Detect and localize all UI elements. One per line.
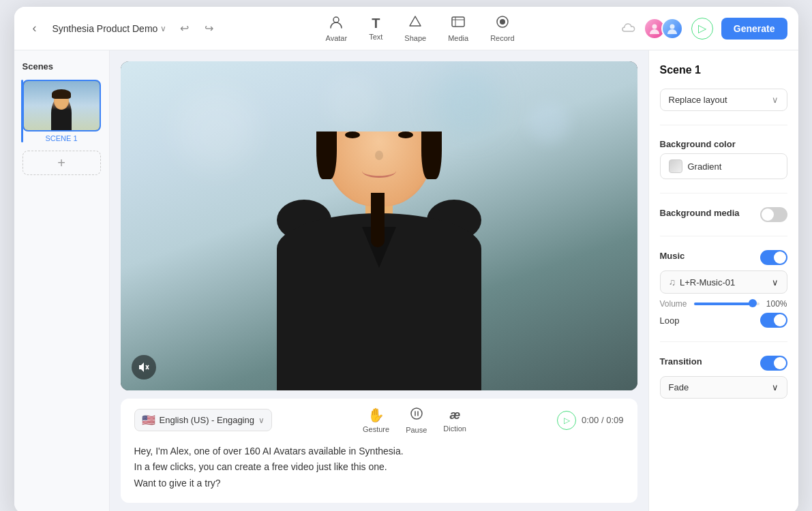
script-line-2: In a few clicks, you can create a free v…: [134, 459, 624, 476]
mute-button[interactable]: [132, 355, 156, 380]
generate-button[interactable]: Generate: [721, 18, 787, 40]
divider-1: [660, 125, 787, 125]
svg-point-10: [411, 408, 422, 419]
record-tool[interactable]: Record: [490, 14, 514, 42]
diction-icon: æ: [449, 408, 460, 422]
divider-4: [660, 341, 787, 342]
gradient-label: Gradient: [688, 161, 722, 172]
diction-button[interactable]: æ Diction: [443, 408, 466, 433]
music-section: Music ♫ L+R-Music-01 ∨ Volume: [660, 250, 787, 328]
language-selector[interactable]: 🇺🇸 English (US) - Engaging ∨: [134, 409, 272, 431]
text-icon: T: [372, 16, 380, 30]
text-tool-label: Text: [369, 33, 382, 41]
transition-chevron: ∨: [772, 382, 779, 392]
bg-media-row: Background media: [660, 207, 787, 222]
pause-icon: [410, 407, 423, 424]
transition-type-selector[interactable]: Fade ∨: [660, 376, 787, 399]
gesture-label: Gesture: [363, 425, 389, 433]
scene-thumbnail-1[interactable]: [22, 80, 101, 131]
volume-row: Volume 100%: [660, 299, 787, 309]
gesture-button[interactable]: ✋ Gesture: [363, 407, 389, 433]
bg-color-label: Background color: [660, 139, 787, 149]
language-label: English (US) - Engaging: [160, 415, 254, 425]
avatar-tool[interactable]: Avatar: [326, 14, 348, 42]
history-buttons: ↩ ↪: [175, 19, 218, 38]
right-panel: Scene 1 Replace layout ∨ Background colo…: [648, 50, 798, 511]
bottom-controls: 🇺🇸 English (US) - Engaging ∨ ✋ Gesture: [121, 399, 637, 503]
pause-label: Pause: [406, 426, 427, 434]
project-title-text: Synthesia Product Demo: [52, 23, 158, 34]
pause-button[interactable]: Pause: [406, 407, 427, 434]
scenes-label: Scenes: [22, 61, 101, 72]
transition-type-label: Fade: [669, 382, 689, 392]
undo-button[interactable]: ↩: [175, 19, 194, 38]
divider-3: [660, 236, 787, 236]
project-title-button[interactable]: Synthesia Product Demo ∨: [52, 23, 167, 34]
divider-2: [660, 193, 787, 193]
layout-label: Replace layout: [669, 95, 727, 105]
video-area: 🇺🇸 English (US) - Engaging ∨ ✋ Gesture: [110, 50, 648, 511]
volume-fill: [694, 303, 753, 305]
volume-label: Volume: [660, 299, 687, 309]
main-content: Scenes SCENE 1 +: [14, 50, 798, 511]
gradient-selector[interactable]: Gradient: [660, 153, 787, 179]
avatar-display: [243, 61, 515, 390]
background-color-section: Background color Gradient: [660, 139, 787, 179]
controls-top-row: 🇺🇸 English (US) - Engaging ∨ ✋ Gesture: [134, 407, 624, 434]
project-title-chevron: ∨: [160, 24, 166, 33]
volume-percentage: 100%: [766, 299, 787, 309]
loop-label: Loop: [660, 315, 680, 326]
shape-tool-label: Shape: [404, 34, 426, 42]
volume-thumb: [749, 299, 757, 307]
redo-button[interactable]: ↪: [199, 19, 218, 38]
add-scene-button[interactable]: +: [22, 151, 101, 175]
svg-point-4: [500, 19, 505, 25]
media-tool-label: Media: [448, 34, 468, 42]
gesture-icon: ✋: [367, 407, 385, 423]
media-tool[interactable]: Media: [448, 14, 468, 42]
svg-rect-1: [452, 17, 464, 27]
replace-layout-button[interactable]: Replace layout ∨: [660, 89, 787, 111]
collaborators: [644, 18, 683, 40]
music-track-selector[interactable]: ♫ L+R-Music-01 ∨: [660, 270, 787, 294]
transition-toggle-row: Transition: [660, 356, 787, 371]
top-bar-left: ‹ Synthesia Product Demo ∨ ↩ ↪: [25, 19, 219, 38]
toolbar: Avatar T Text Shape: [218, 14, 621, 42]
avatar-tool-label: Avatar: [326, 34, 348, 42]
diction-label: Diction: [443, 424, 466, 433]
playback-controls: ▷ 0:00 / 0:09: [557, 411, 623, 430]
language-flag: 🇺🇸: [142, 414, 155, 427]
script-line-3: Want to give it a try?: [134, 476, 624, 492]
bg-media-toggle[interactable]: [760, 207, 787, 222]
scene-panel-title: Scene 1: [660, 64, 787, 76]
language-chevron: ∨: [258, 416, 265, 425]
loop-row: Loop: [660, 313, 787, 328]
play-button[interactable]: ▷: [557, 411, 576, 430]
music-toggle-row: Music: [660, 250, 787, 265]
media-controls: ✋ Gesture Pause: [363, 407, 466, 434]
volume-slider[interactable]: [694, 303, 760, 305]
svg-point-0: [333, 17, 339, 22]
playback-time: 0:00 / 0:09: [582, 415, 623, 425]
svg-point-6: [652, 24, 657, 29]
script-content[interactable]: Hey, I'm Alex, one of over 160 AI Avatar…: [134, 441, 624, 495]
gradient-preview: [669, 159, 682, 173]
collaborator-avatar-2: [661, 18, 683, 40]
svg-point-7: [670, 24, 674, 29]
music-track-label: L+R-Music-01: [680, 277, 735, 288]
record-icon: [495, 14, 510, 31]
back-button[interactable]: ‹: [25, 19, 44, 38]
shape-tool[interactable]: Shape: [404, 14, 426, 42]
transition-toggle[interactable]: [760, 356, 787, 371]
preview-button[interactable]: ▷: [691, 18, 713, 40]
record-tool-label: Record: [490, 34, 514, 42]
app-window: ‹ Synthesia Product Demo ∨ ↩ ↪ Avatar: [14, 7, 798, 511]
transition-label: Transition: [660, 356, 702, 367]
music-note-icon: ♫: [669, 277, 676, 288]
layout-chevron: ∨: [772, 95, 779, 105]
music-toggle[interactable]: [760, 250, 787, 265]
transition-section: Transition Fade ∨: [660, 356, 787, 399]
text-tool[interactable]: T Text: [369, 16, 382, 41]
music-chevron: ∨: [772, 277, 779, 288]
loop-toggle[interactable]: [760, 313, 787, 328]
